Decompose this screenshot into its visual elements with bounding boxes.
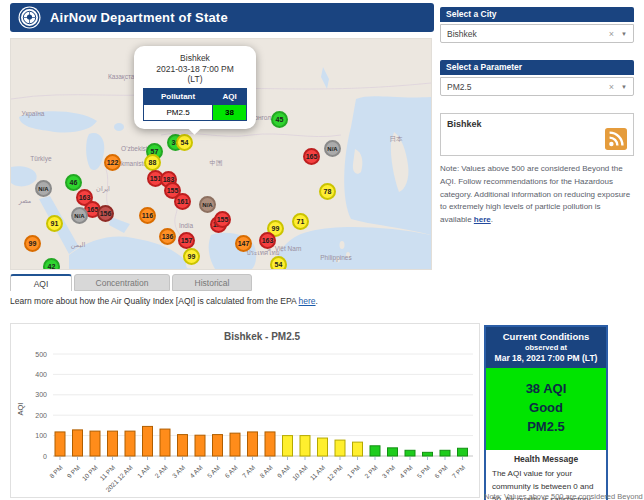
svg-text:400: 400 (35, 371, 47, 378)
aqi-map-marker[interactable]: 157 (178, 232, 195, 249)
map-country-label: ایران (96, 185, 110, 193)
aqi-map-marker[interactable]: 46 (65, 174, 82, 191)
svg-text:AQI: AQI (16, 403, 25, 416)
current-conditions-title: Current Conditions (488, 331, 604, 342)
svg-text:2 AM: 2 AM (153, 464, 168, 479)
popup-col-aqi: AQI (213, 88, 247, 104)
popup-city: Bishkek (140, 53, 250, 64)
svg-text:1 PM: 1 PM (346, 464, 362, 480)
aqi-map-marker[interactable]: N/A (71, 207, 88, 224)
sidebar-note-link[interactable]: here (474, 215, 491, 224)
learn-more-link[interactable]: here (299, 296, 316, 306)
aqi-map-marker[interactable]: 91 (46, 215, 63, 232)
observed-datetime: Mar 18, 2021 7:00 PM (LT) (488, 353, 604, 363)
bottom-note: Note: Values above 500 are considered Be… (484, 492, 640, 500)
aqi-map-marker[interactable]: 99 (183, 248, 200, 265)
svg-text:6 AM: 6 AM (223, 464, 238, 479)
aqi-map-marker[interactable]: 147 (235, 235, 252, 252)
aqi-value: 38 AQI (486, 380, 606, 399)
svg-text:10 AM: 10 AM (291, 464, 309, 482)
aqi-map-marker[interactable]: N/A (35, 180, 52, 197)
aqi-map-marker[interactable]: N/A (199, 196, 216, 213)
map-country-label: مصر (19, 197, 32, 205)
city-caret-icon[interactable]: ▼ (621, 31, 627, 37)
aqi-map-marker[interactable]: 136 (159, 228, 176, 245)
aqi-map-marker[interactable]: 161 (174, 193, 191, 210)
current-conditions-panel: Current Conditions observed at Mar 18, 2… (484, 325, 608, 500)
parameter-caret-icon[interactable]: ▼ (621, 84, 627, 90)
svg-text:10 PM: 10 PM (80, 464, 98, 482)
svg-text:8 PM: 8 PM (48, 464, 64, 480)
aqi-value-block: 38 AQI Good PM2.5 (486, 368, 606, 450)
rss-icon[interactable] (605, 128, 627, 150)
aqi-map-marker[interactable]: N/A (324, 140, 341, 157)
tab-historical[interactable]: Historical (172, 274, 252, 291)
aqi-map-marker[interactable]: 54 (176, 134, 193, 151)
aqi-map-marker[interactable]: 156 (97, 205, 114, 222)
svg-text:100: 100 (35, 432, 47, 439)
aqi-map-marker[interactable]: 45 (271, 111, 288, 128)
parameter-select[interactable]: PM2.5 × ▼ (440, 77, 634, 96)
aqi-map-marker[interactable]: 165 (303, 148, 320, 165)
aqi-map-marker[interactable]: 163 (259, 232, 276, 249)
aqi-map-marker[interactable]: 122 (104, 154, 121, 171)
svg-text:7 AM: 7 AM (241, 464, 256, 479)
rss-city-title: Bishkek (447, 119, 627, 129)
parameter-clear-icon[interactable]: × (609, 82, 614, 92)
svg-text:5 AM: 5 AM (206, 464, 221, 479)
aqi-map-marker[interactable]: 54 (270, 256, 287, 270)
aqi-map-marker[interactable]: 42 (43, 258, 60, 270)
city-select[interactable]: Bishkek × ▼ (440, 24, 634, 43)
parameter-select-value: PM2.5 (447, 82, 609, 92)
aqi-map-marker[interactable]: 99 (24, 235, 41, 252)
svg-text:500: 500 (35, 351, 47, 358)
tab-aqi[interactable]: AQI (10, 274, 72, 291)
city-select-value: Bishkek (447, 29, 609, 39)
svg-text:5 PM: 5 PM (416, 464, 432, 480)
svg-text:4 PM: 4 PM (398, 464, 414, 480)
popup-aqi-value: 38 (213, 104, 247, 120)
svg-text:200: 200 (35, 412, 47, 419)
map-country-label: اليمن (71, 241, 85, 249)
svg-text:9 AM: 9 AM (276, 464, 291, 479)
svg-text:9 PM: 9 PM (66, 464, 82, 480)
popup-col-pollutant: Pollutant (144, 88, 213, 104)
svg-text:8 AM: 8 AM (258, 464, 273, 479)
tab-concentration[interactable]: Concentration (74, 274, 170, 291)
aqi-map-marker[interactable]: 71 (292, 213, 309, 230)
current-conditions-header: Current Conditions observed at Mar 18, 2… (486, 327, 606, 368)
aqi-chart-svg: 0100200300400500Bishkek - PM2.5AQI8 PM9 … (11, 324, 479, 497)
map-country-label: India (179, 222, 193, 229)
map-country-label: Україна (22, 110, 45, 117)
svg-text:4 AM: 4 AM (188, 464, 203, 479)
map-country-label: Türkiye (30, 155, 51, 162)
map-country-label: 日本 (390, 135, 403, 144)
aqi-pollutant: PM2.5 (486, 418, 606, 437)
aqi-map-marker[interactable]: 116 (139, 207, 156, 224)
aqi-map-marker[interactable]: 88 (144, 154, 161, 171)
svg-text:Bishkek - PM2.5: Bishkek - PM2.5 (224, 331, 301, 342)
popup-pollutant-value: PM2.5 (144, 104, 213, 120)
aqi-category: Good (486, 399, 606, 418)
select-city-header: Select a City (440, 7, 634, 22)
svg-text:11 AM: 11 AM (309, 464, 327, 482)
svg-text:3 AM: 3 AM (171, 464, 186, 479)
svg-text:300: 300 (35, 391, 47, 398)
svg-text:1 AM: 1 AM (136, 464, 151, 479)
svg-text:3 PM: 3 PM (381, 464, 397, 480)
aqi-map-marker[interactable]: 155 (214, 211, 231, 228)
map-popup: Bishkek 2021-03-18 7:00 PM (LT) Pollutan… (134, 46, 256, 129)
aqi-map-marker[interactable]: 78 (319, 183, 336, 200)
sidebar-note: Note: Values above 500 are considered Be… (440, 163, 634, 227)
svg-text:0: 0 (43, 453, 47, 460)
city-clear-icon[interactable]: × (609, 29, 614, 39)
page-title: AirNow Department of State (50, 10, 228, 25)
aqi-map[interactable]: УкраїнаКазақстанTürkiyeO'zbekistonTurkma… (10, 38, 432, 270)
popup-table: Pollutant AQI PM2.5 38 (143, 88, 247, 121)
svg-text:2 PM: 2 PM (363, 464, 379, 480)
rss-box: Bishkek (440, 113, 634, 156)
health-message-title: Health Message (492, 454, 600, 464)
learn-more-line: Learn more about how the Air Quality Ind… (10, 296, 430, 306)
svg-text:12 PM: 12 PM (325, 464, 343, 482)
learn-more-text: Learn more about how the Air Quality Ind… (10, 296, 299, 306)
